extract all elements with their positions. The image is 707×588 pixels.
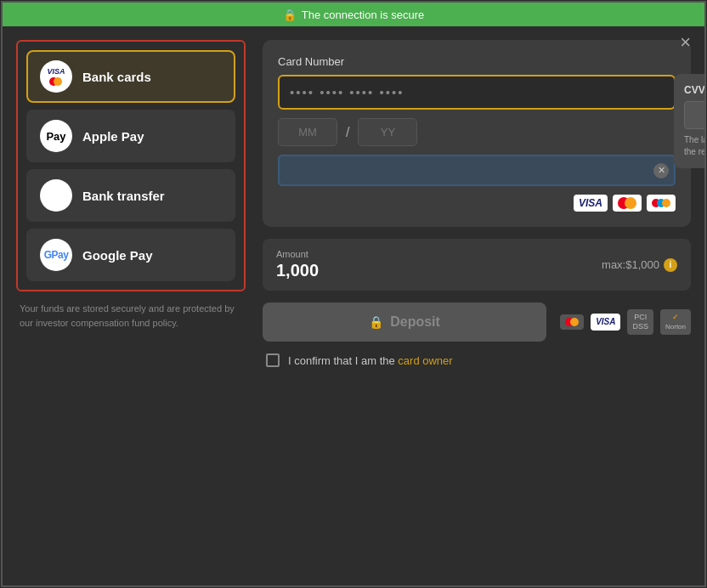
name-clear-button[interactable]: ✕ (653, 163, 669, 178)
close-button[interactable]: × (680, 33, 691, 52)
lock-icon: 🔒 (283, 8, 297, 21)
slash-separator: / (346, 125, 349, 140)
google-pay-label: Google Pay (82, 248, 153, 263)
modal-body: VISA Bank cards Pay Apple Pay (3, 26, 704, 585)
maestro-logo (647, 195, 676, 212)
confirm-highlight: card owner (398, 354, 452, 367)
amount-max: max:$1,000 i (602, 258, 677, 272)
amount-section: Amount 1,000 max:$1,000 i (263, 239, 691, 291)
secure-connection-text: The connection is secure (302, 8, 425, 21)
bank-cards-label: Bank cards (82, 70, 151, 84)
security-note: Your funds are stored securely and are p… (16, 298, 246, 330)
amount-value: 1,000 (276, 261, 319, 280)
name-area: ✕ (278, 155, 676, 186)
card-number-input[interactable] (278, 75, 676, 110)
card-expiry-row: / (278, 118, 676, 146)
mastercard-logo (613, 195, 642, 212)
payment-options-list: VISA Bank cards Pay Apple Pay (16, 40, 246, 291)
year-input[interactable] (358, 118, 417, 146)
payment-option-google-pay[interactable]: GPay Google Pay (26, 229, 235, 281)
month-input[interactable] (278, 118, 337, 146)
deposit-lock-icon: 🔒 (369, 315, 383, 329)
card-logos: VISA (278, 195, 676, 212)
payment-option-bank-transfer[interactable]: 🏛 Bank transfer (26, 169, 235, 222)
card-number-label: Card Number (278, 55, 676, 68)
cvv-label: CVV (684, 84, 704, 96)
amount-label: Amount (276, 249, 319, 259)
cvv-input[interactable] (684, 101, 704, 129)
confirm-text: I confirm that I am the card owner (288, 354, 453, 367)
card-form: Card Number / ✕ VISA (263, 40, 691, 227)
google-pay-icon: GPay (40, 239, 72, 271)
confirm-row: I confirm that I am the card owner (263, 353, 691, 367)
deposit-button[interactable]: 🔒 Deposit (263, 302, 546, 342)
right-panel: Card Number / ✕ VISA (263, 40, 691, 572)
bank-transfer-icon: 🏛 (40, 179, 72, 212)
pci-logo: PCIDSS (627, 309, 653, 335)
deposit-label: Deposit (390, 314, 440, 330)
info-icon[interactable]: i (664, 258, 677, 272)
payment-option-apple-pay[interactable]: Pay Apple Pay (26, 110, 235, 162)
apple-pay-icon: Pay (40, 120, 72, 152)
mc-security-logo (560, 314, 584, 330)
visa-security-logo: VISA (591, 314, 620, 331)
amount-info: Amount 1,000 (276, 249, 319, 280)
secure-connection-bar: 🔒 The connection is secure (3, 3, 704, 26)
left-panel: VISA Bank cards Pay Apple Pay (16, 40, 246, 572)
payment-option-bank-cards[interactable]: VISA Bank cards (26, 50, 235, 103)
security-logos: VISA PCIDSS ✓Norton (560, 309, 691, 335)
apple-pay-label: Apple Pay (82, 129, 144, 144)
cvv-section: CVV The last 3 digits on the reverse (674, 74, 704, 168)
name-input[interactable] (278, 155, 676, 186)
visa-logo: VISA (574, 195, 608, 212)
modal: 🔒 The connection is secure × VISA (1, 1, 706, 587)
deposit-row: 🔒 Deposit VISA PCIDSS ✓Norton (263, 302, 691, 342)
bank-transfer-label: Bank transfer (82, 189, 165, 203)
bank-cards-icon: VISA (40, 60, 72, 93)
cvv-hint: The last 3 digits on the reverse (684, 134, 704, 158)
norton-logo: ✓Norton (660, 309, 691, 335)
confirm-checkbox[interactable] (266, 353, 280, 367)
